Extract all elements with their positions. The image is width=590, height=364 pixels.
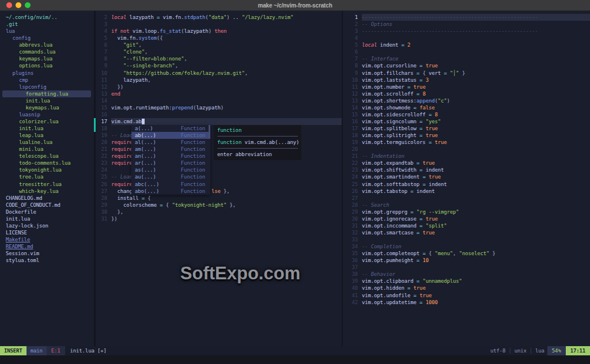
tree-item[interactable]: cmp [2, 77, 91, 84]
completion-item[interactable]: an(...)Function [131, 153, 210, 160]
tree-item[interactable]: lspconfig [2, 84, 91, 90]
code-text: vim.cmd.ab [111, 118, 342, 125]
completion-item[interactable]: a(...)Function [131, 125, 210, 132]
tree-item[interactable]: todo-comments.lua [2, 160, 91, 166]
line-number: 31 [96, 215, 107, 222]
code-token: "https://github.com/folke/lazy.nvim.git" [111, 70, 245, 76]
line-number: 17 [343, 125, 358, 132]
code-token: true [419, 293, 432, 298]
completion-item[interactable]: am(...)Function [131, 146, 210, 153]
completion-item[interactable]: al(...)Function [131, 139, 210, 146]
completion-label: al(...) [135, 139, 156, 146]
tree-item[interactable]: plugins [2, 70, 91, 77]
code-token: , [453, 251, 459, 256]
tree-item[interactable]: LICENSE [2, 229, 91, 236]
tree-item[interactable]: colorizer.lua [2, 118, 91, 125]
code-token: = [419, 132, 426, 138]
tree-item[interactable]: .git [2, 21, 91, 28]
tree-item[interactable]: telescope.lua [2, 153, 91, 160]
code-text: -- Indentation [362, 153, 590, 160]
minimize-button[interactable] [16, 2, 21, 8]
completion-item[interactable]: ar(...)Function [131, 160, 210, 166]
tree-item[interactable]: CHANGELOG.md [2, 195, 91, 202]
code-token: indent [426, 167, 444, 173]
tree-item[interactable]: Dockerfile [2, 208, 91, 215]
tree-item[interactable]: lua [2, 28, 91, 35]
line-number: 13 [96, 90, 107, 97]
code-line: 9 "--single-branch", [96, 62, 342, 69]
completion-item[interactable]: abc(...)Function [131, 181, 210, 188]
code-token: vim.opt.fillchars [362, 70, 417, 76]
code-token: = [407, 84, 414, 90]
completion-item[interactable]: abo(...)Function [131, 188, 210, 195]
tree-item[interactable]: init.lua [2, 215, 91, 222]
code-token: vim.fn. [111, 35, 138, 41]
code-token: "data" [209, 14, 227, 20]
completion-item[interactable]: as(...)Function [131, 166, 210, 173]
code-text: install = { [111, 195, 342, 202]
completion-kind: Function [181, 153, 205, 160]
line-number: 15 [96, 104, 107, 111]
code-token: = [419, 63, 426, 69]
completion-kind: Function [181, 188, 205, 195]
tree-item[interactable]: lualine.lua [2, 139, 91, 146]
tree-item[interactable]: treesitter.lua [2, 181, 91, 188]
tree-item[interactable]: README.md [2, 243, 91, 250]
close-button[interactable] [6, 2, 12, 8]
completion-item[interactable]: au(...)Function [131, 173, 210, 180]
code-text: vim.opt.runtimepath:prepend(lazypath) [111, 104, 342, 111]
code-line: 27 [343, 195, 590, 202]
code-token: vim.opt.termguicolors [362, 139, 429, 145]
file-tree[interactable]: ~/.config/nvim/...gitluaconfigabbrevs.lu… [0, 11, 94, 346]
code-text: vim.opt.splitright = true [362, 132, 590, 139]
editor-pane-options-lua[interactable]: 1---------------------------------------… [343, 11, 590, 346]
code-text: vim.opt.termguicolors = true [362, 139, 590, 146]
code-token: vim.opt.ignorecase [362, 216, 419, 222]
code-line: 6 "git", [96, 41, 342, 48]
tree-item[interactable]: stylua.toml [2, 257, 91, 264]
tree-item[interactable]: options.lua [2, 62, 91, 69]
tree-item[interactable]: leap.lua [2, 132, 91, 139]
code-text: vim.opt.splitbelow = true [362, 125, 590, 132]
code-line: 29 colorscheme = { "tokyonight-night" }, [96, 202, 342, 208]
command-line[interactable] [0, 355, 590, 364]
tree-item[interactable]: keymaps.lua [2, 55, 91, 62]
tree-item[interactable]: luasnip [2, 111, 91, 118]
code-token: false [419, 105, 434, 111]
tree-item[interactable]: lazy-lock.json [2, 222, 91, 229]
code-token: vim.opt.scrolloff [362, 91, 417, 97]
code-text: -- Search [362, 202, 590, 208]
tree-item[interactable]: abbrevs.lua [2, 41, 91, 48]
editor-pane-init-lua[interactable]: 2local lazypath = vim.fn.stdpath("data")… [96, 11, 342, 346]
tree-item[interactable]: keymaps.lua [2, 104, 91, 111]
completion-popup[interactable]: a(...)Functionab(...)Functional(...)Func… [131, 125, 210, 195]
tree-item[interactable]: Makefile [2, 236, 91, 243]
code-token: require [111, 153, 133, 159]
tree-item[interactable]: CODE_OF_CONDUCT.md [2, 202, 91, 208]
tree-item[interactable]: ~/.config/nvim/.. [2, 14, 91, 21]
tree-item[interactable]: config [2, 35, 91, 41]
code-text [362, 264, 590, 271]
doc-separator [217, 136, 298, 136]
tree-item[interactable]: which-key.lua [2, 188, 91, 195]
tree-item[interactable]: tokyonight.lua [2, 166, 91, 173]
code-token: = [444, 70, 450, 76]
line-number: 16 [343, 118, 358, 125]
tree-item[interactable]: formatting.lua [2, 90, 91, 97]
zoom-button[interactable] [25, 2, 31, 8]
tree-item[interactable]: Session.vim [2, 250, 91, 257]
tree-item[interactable]: commands.lua [2, 48, 91, 55]
code-text: vim.opt.clipboard = "unnamedplus" [362, 278, 590, 285]
code-token: = [422, 174, 429, 180]
code-text: -- Completion [362, 243, 590, 250]
tree-item[interactable]: mini.lua [2, 146, 91, 153]
tree-item[interactable]: init.lua [2, 97, 91, 104]
tree-item[interactable]: tree.lua [2, 173, 91, 180]
tree-item[interactable]: init.lua [2, 125, 91, 132]
code-line: 36vim.opt.pumheight = 10 [343, 257, 590, 264]
popup-scrollbar[interactable] [209, 125, 210, 139]
code-token: ({ [157, 35, 163, 41]
line-number: 35 [343, 250, 358, 257]
titlebar[interactable]: make ~/c/nvim-from-scratch [0, 0, 590, 11]
completion-item[interactable]: ab(...)Function [131, 132, 210, 139]
